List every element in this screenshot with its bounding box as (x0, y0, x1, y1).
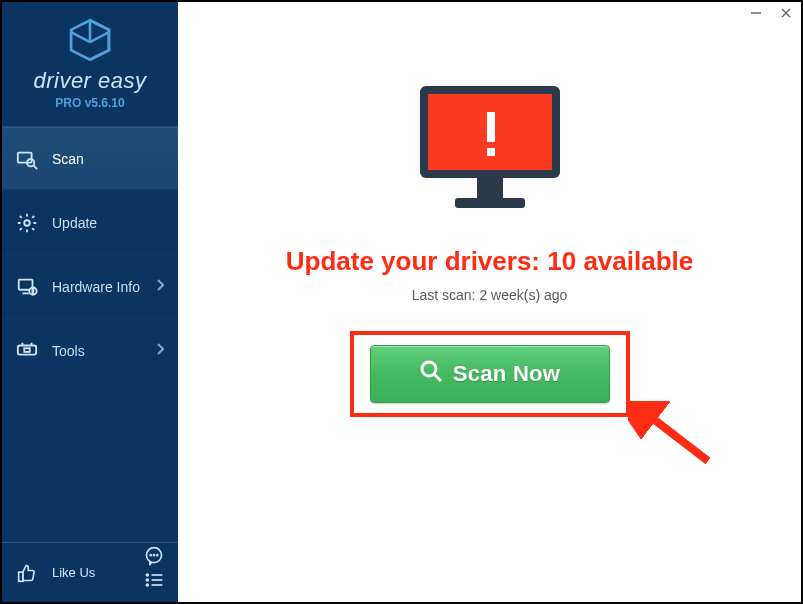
svg-point-26 (146, 584, 148, 586)
brand-name: driver easy (33, 68, 146, 94)
chevron-right-icon (156, 343, 164, 358)
search-icon (419, 359, 443, 389)
sidebar-bottom: Like Us (2, 542, 178, 602)
alert-monitor-icon (405, 80, 575, 224)
logo-block: driver easy PRO v5.6.10 (2, 2, 178, 126)
svg-point-25 (146, 579, 148, 581)
svg-point-21 (150, 555, 151, 556)
sidebar-item-label: Scan (52, 151, 84, 167)
svg-line-37 (434, 374, 441, 381)
scan-now-button[interactable]: Scan Now (370, 345, 610, 403)
scan-button-label: Scan Now (453, 361, 561, 387)
gear-icon (16, 212, 38, 234)
svg-point-23 (157, 555, 158, 556)
sidebar-item-label: Hardware Info (52, 279, 140, 295)
svg-line-38 (643, 411, 708, 461)
sidebar-item-hardware-info[interactable]: i Hardware Info (2, 254, 178, 318)
app-window: driver easy PRO v5.6.10 Scan (0, 0, 803, 604)
svg-rect-7 (18, 152, 32, 162)
svg-point-10 (24, 220, 30, 226)
annotation-arrow-icon (628, 401, 718, 475)
app-version: PRO v5.6.10 (55, 96, 124, 110)
like-us-label[interactable]: Like Us (52, 565, 95, 580)
headline-text: Update your drivers: 10 available (286, 246, 694, 277)
scan-icon (16, 148, 38, 170)
menu-list-icon[interactable] (144, 570, 164, 594)
chevron-right-icon (156, 279, 164, 294)
sidebar-item-label: Update (52, 215, 97, 231)
sidebar: driver easy PRO v5.6.10 Scan (2, 2, 178, 602)
thumbs-up-icon[interactable] (16, 562, 38, 584)
svg-point-24 (146, 574, 148, 576)
annotation-highlight-box: Scan Now (350, 331, 630, 417)
sidebar-item-update[interactable]: Update (2, 190, 178, 254)
svg-rect-15 (18, 345, 36, 354)
sidebar-item-scan[interactable]: Scan (2, 126, 178, 190)
svg-rect-18 (24, 348, 30, 352)
sidebar-item-label: Tools (52, 343, 85, 359)
last-scan-text: Last scan: 2 week(s) ago (412, 287, 568, 303)
tools-icon (16, 340, 38, 362)
svg-line-5 (71, 32, 90, 42)
main-pane: Update your drivers: 10 available Last s… (178, 2, 801, 602)
sidebar-item-tools[interactable]: Tools (2, 318, 178, 382)
svg-point-36 (422, 362, 436, 376)
sidebar-menu: Scan Update i (2, 126, 178, 542)
svg-rect-32 (487, 112, 495, 142)
scan-button-area: Scan Now (350, 331, 630, 417)
svg-point-22 (154, 555, 155, 556)
svg-text:i: i (32, 287, 34, 294)
svg-rect-34 (477, 178, 503, 198)
svg-line-9 (33, 165, 37, 169)
logo-icon (68, 18, 112, 62)
hardware-icon: i (16, 276, 38, 298)
svg-rect-19 (19, 572, 23, 581)
feedback-icon[interactable] (144, 546, 164, 570)
svg-rect-33 (487, 148, 495, 156)
svg-rect-35 (455, 198, 525, 208)
svg-line-6 (90, 32, 109, 42)
